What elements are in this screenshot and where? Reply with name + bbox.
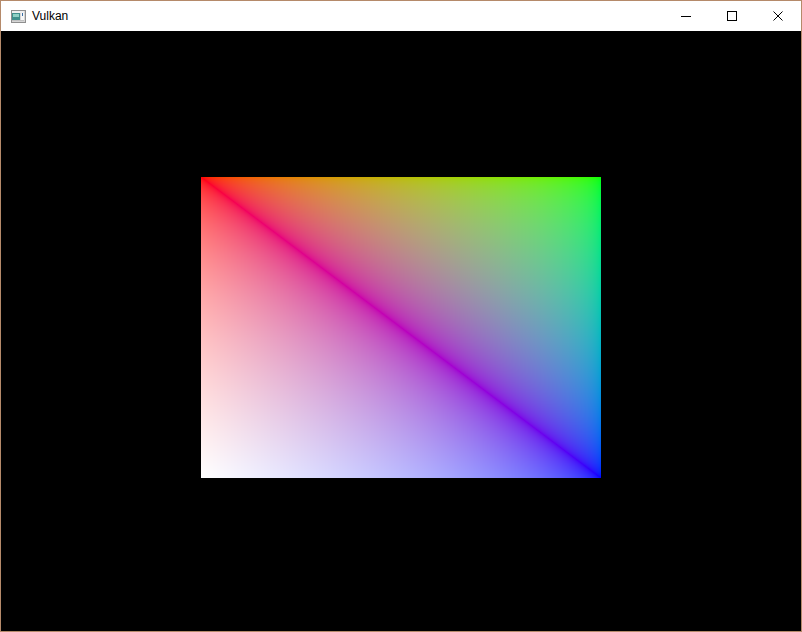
vulkan-window: Vulkan [0,0,802,632]
maximize-button[interactable] [709,1,755,31]
minimize-button[interactable] [663,1,709,31]
titlebar[interactable]: Vulkan [1,1,801,31]
window-title: Vulkan [32,9,68,23]
close-button[interactable] [755,1,801,31]
client-area [1,31,801,631]
maximize-icon [727,11,737,21]
close-icon [773,11,783,21]
app-icon[interactable] [10,8,26,24]
minimize-icon [681,11,691,21]
vulkan-render-quad [201,177,601,478]
